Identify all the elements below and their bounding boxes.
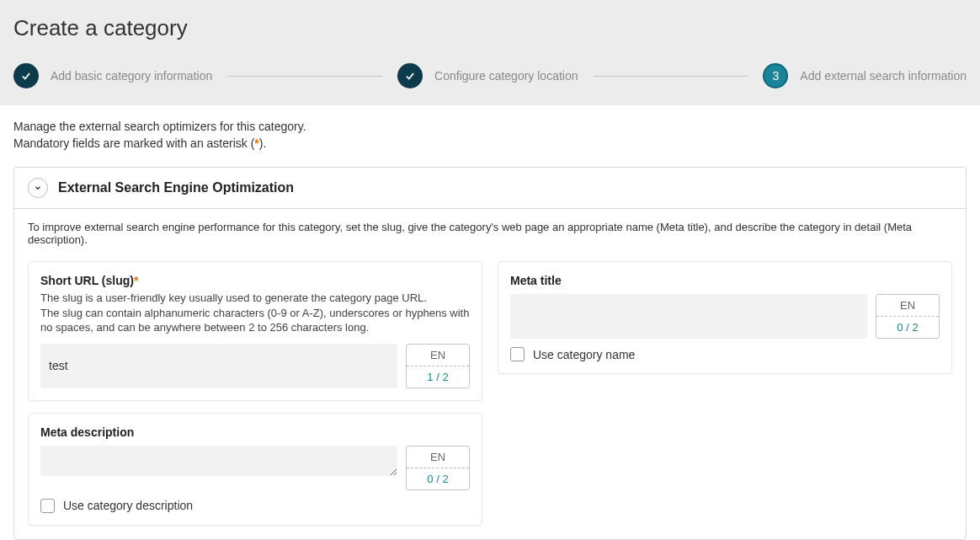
use-category-description-label: Use category description — [63, 499, 193, 512]
meta-title-input-row: EN 0 / 2 — [510, 294, 940, 339]
step-2[interactable]: Configure category location — [397, 63, 578, 88]
check-icon — [13, 63, 39, 88]
meta-title-label: Meta title — [510, 274, 940, 287]
asterisk-icon: * — [134, 274, 138, 287]
use-category-name-row[interactable]: Use category name — [510, 347, 940, 361]
intro-line-1: Manage the external search optimizers fo… — [13, 119, 967, 136]
lang-code: EN — [407, 345, 469, 366]
use-category-name-checkbox[interactable] — [510, 347, 525, 361]
use-category-description-row[interactable]: Use category description — [40, 499, 470, 513]
slug-label: Short URL (slug)* — [40, 274, 470, 287]
meta-title-input[interactable] — [510, 294, 867, 339]
meta-title-card: Meta title EN 0 / 2 Use category name — [498, 261, 952, 374]
check-icon — [397, 63, 423, 88]
page-title: Create a category — [13, 15, 967, 41]
meta-description-input[interactable] — [40, 446, 397, 476]
content-section: Manage the external search optimizers fo… — [0, 105, 980, 540]
use-category-name-label: Use category name — [533, 348, 635, 361]
header-section: Create a category Add basic category inf… — [0, 0, 980, 105]
meta-title-lang-badge[interactable]: EN 0 / 2 — [876, 294, 940, 339]
seo-panel: External Search Engine Optimization To i… — [13, 167, 967, 540]
lang-count: 0 / 2 — [407, 468, 469, 489]
seo-panel-body: To improve external search engine perfor… — [14, 209, 966, 539]
seo-panel-header[interactable]: External Search Engine Optimization — [14, 168, 966, 209]
step-label: Configure category location — [434, 69, 578, 83]
chevron-down-icon — [28, 178, 48, 198]
slug-lang-badge[interactable]: EN 1 / 2 — [406, 344, 470, 388]
lang-code: EN — [876, 295, 939, 317]
stepper: Add basic category information Configure… — [13, 63, 967, 88]
form-grid: Short URL (slug)* The slug is a user-fri… — [28, 261, 952, 526]
form-col-right: Meta title EN 0 / 2 Use category name — [498, 261, 952, 526]
slug-input-row: EN 1 / 2 — [40, 344, 470, 388]
step-label: Add basic category information — [51, 69, 212, 83]
step-number-icon: 3 — [763, 63, 788, 88]
lang-count: 0 / 2 — [876, 317, 939, 338]
seo-panel-title: External Search Engine Optimization — [58, 180, 294, 195]
slug-input[interactable] — [40, 344, 397, 388]
meta-description-lang-badge[interactable]: EN 0 / 2 — [406, 446, 470, 490]
slug-help: The slug is a user-friendly key usually … — [40, 291, 470, 335]
step-1[interactable]: Add basic category information — [13, 63, 212, 88]
meta-description-input-row: EN 0 / 2 — [40, 446, 470, 490]
step-divider — [227, 76, 382, 77]
step-divider — [594, 76, 748, 77]
lang-code: EN — [407, 446, 469, 468]
step-label: Add external search information — [800, 69, 967, 83]
use-category-description-checkbox[interactable] — [40, 499, 55, 513]
step-3[interactable]: 3 Add external search information — [763, 63, 967, 88]
form-col-left: Short URL (slug)* The slug is a user-fri… — [28, 261, 482, 526]
lang-count: 1 / 2 — [407, 366, 469, 388]
meta-description-label: Meta description — [40, 425, 470, 439]
intro-text: Manage the external search optimizers fo… — [13, 119, 967, 152]
seo-panel-description: To improve external search engine perfor… — [28, 221, 952, 246]
intro-line-2: Mandatory fields are marked with an aste… — [13, 136, 967, 152]
meta-description-card: Meta description EN 0 / 2 Use category d… — [28, 413, 482, 526]
slug-card: Short URL (slug)* The slug is a user-fri… — [28, 261, 482, 401]
